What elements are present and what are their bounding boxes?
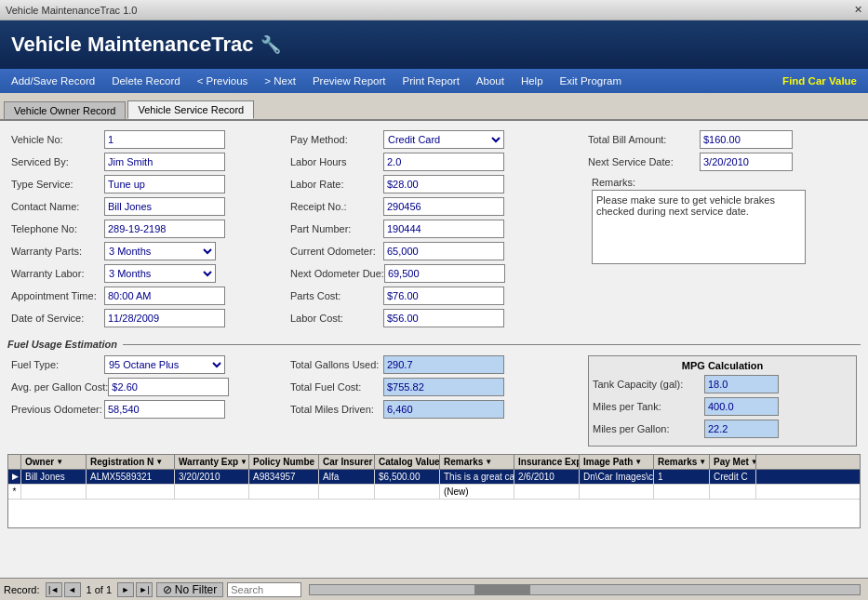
td-new-owner — [21, 485, 87, 499]
warranty-labor-select[interactable]: 3 Months — [104, 264, 216, 283]
miles-per-gal-label: Miles per Gallon: — [593, 423, 704, 434]
total-bill-input[interactable] — [700, 130, 793, 149]
app-title: Vehicle MaintenanceTrac — [11, 33, 253, 57]
parts-cost-label: Parts Cost: — [290, 290, 383, 301]
labor-hours-input[interactable] — [383, 153, 504, 171]
nav-prev[interactable]: ◄ — [64, 582, 81, 597]
warranty-parts-select[interactable]: 3 Months — [104, 242, 216, 260]
td-new-reg — [87, 485, 175, 499]
menu-exit[interactable]: Exit Program — [553, 73, 629, 88]
miles-per-tank-input[interactable] — [704, 397, 779, 416]
remarks-section: Remarks: Please make sure to get vehicle… — [588, 175, 857, 269]
menu-preview[interactable]: Preview Report — [305, 73, 394, 88]
pay-method-select[interactable]: Credit Card — [383, 130, 504, 149]
contact-name-input[interactable] — [104, 197, 225, 216]
telephone-input[interactable] — [104, 220, 225, 238]
warranty-parts-label: Warranty Parts: — [11, 246, 104, 257]
th-warranty-exp[interactable]: Warranty Exp▼ — [175, 455, 249, 469]
row-new-indicator: * — [8, 485, 21, 499]
tab-service-record[interactable]: Vehicle Service Record — [127, 100, 254, 119]
menu-delete[interactable]: Delete Record — [104, 73, 188, 88]
th-policy[interactable]: Policy Numbe▼ — [249, 455, 319, 469]
th-indicator — [8, 455, 21, 469]
remarks-textarea[interactable]: Please make sure to get vehicle brakes c… — [592, 190, 806, 264]
th-image-path[interactable]: Image Path▼ — [580, 455, 654, 469]
close-button[interactable]: ✕ — [854, 4, 862, 16]
th-insurer[interactable]: Car Insurer▼ — [319, 455, 375, 469]
remarks-label: Remarks: — [592, 177, 853, 188]
total-gallons-label: Total Gallons Used: — [290, 359, 383, 370]
labor-cost-input[interactable] — [383, 309, 504, 327]
td-new-warranty — [175, 485, 249, 499]
row-indicator: ▶ — [8, 470, 21, 484]
vehicle-no-input[interactable] — [104, 130, 225, 149]
app-icon: 🔧 — [260, 34, 281, 55]
th-insurance-exp[interactable]: Insurance Exp▼ — [514, 455, 580, 469]
menu-add-save[interactable]: Add/Save Record — [4, 73, 102, 88]
td-image-path: Dn\Car Images\ch — [580, 470, 654, 484]
scrollbar-thumb[interactable] — [474, 585, 530, 594]
avg-cost-input[interactable] — [108, 378, 229, 396]
total-fuel-cost-input[interactable] — [383, 378, 504, 396]
appointment-input[interactable] — [104, 287, 225, 305]
td-new-policy — [249, 485, 319, 499]
nav-next[interactable]: ► — [117, 582, 134, 597]
type-service-label: Type Service: — [11, 179, 104, 190]
date-service-input[interactable] — [104, 309, 225, 327]
serviced-by-input[interactable] — [104, 153, 225, 171]
menu-help[interactable]: Help — [514, 73, 551, 88]
prev-odom-input[interactable] — [104, 400, 225, 419]
th-owner[interactable]: Owner▼ — [21, 455, 87, 469]
form-col2: Pay Method: Credit Card Labor Hours Labo… — [287, 128, 584, 333]
horizontal-scrollbar[interactable] — [309, 584, 861, 595]
current-odom-label: Current Odometer: — [290, 246, 383, 257]
nav-first[interactable]: |◄ — [46, 582, 62, 597]
part-number-label: Part Number: — [290, 223, 383, 234]
appointment-label: Appointment Time: — [11, 290, 104, 301]
tabs-bar: Vehicle Owner Record Vehicle Service Rec… — [0, 93, 868, 121]
th-remarks2[interactable]: Remarks▼ — [654, 455, 710, 469]
main-content: Vehicle No: Serviced By: Type Service: C… — [0, 121, 868, 578]
type-service-input[interactable] — [104, 175, 225, 193]
data-table: Owner▼ Registration N▼ Warranty Exp▼ Pol… — [7, 454, 861, 528]
tank-cap-input[interactable] — [704, 375, 779, 393]
menu-find-car[interactable]: Find Car Value — [775, 73, 864, 88]
menu-about[interactable]: About — [469, 73, 512, 88]
telephone-label: Telephone No: — [11, 223, 104, 234]
receipt-no-input[interactable] — [383, 197, 504, 216]
no-filter-button[interactable]: ⊘ No Filter — [156, 582, 223, 597]
menu-print[interactable]: Print Report — [395, 73, 467, 88]
tank-cap-label: Tank Capacity (gal): — [593, 379, 704, 390]
table-row[interactable]: ▶ Bill Jones ALMX5589321 3/20/2010 A9834… — [8, 470, 860, 485]
fuel-type-select[interactable]: 95 Octane Plus — [104, 355, 225, 374]
nav-last[interactable]: ►| — [136, 582, 153, 597]
th-pay-met[interactable]: Pay Met▼ — [710, 455, 756, 469]
record-of: 1 of 1 — [83, 584, 116, 595]
th-registration[interactable]: Registration N▼ — [87, 455, 175, 469]
td-policy: A9834957 — [249, 470, 319, 484]
menu-next[interactable]: > Next — [257, 73, 303, 88]
total-miles-input[interactable] — [383, 400, 504, 419]
menu-previous[interactable]: < Previous — [190, 73, 256, 88]
tab-owner-record[interactable]: Vehicle Owner Record — [4, 101, 126, 119]
table-row-new[interactable]: * (New) — [8, 485, 860, 500]
parts-cost-input[interactable] — [383, 287, 504, 305]
miles-per-gal-input[interactable] — [704, 420, 779, 438]
td-warranty-exp: 3/20/2010 — [175, 470, 249, 484]
table-header: Owner▼ Registration N▼ Warranty Exp▼ Pol… — [8, 455, 860, 470]
section-divider — [123, 344, 861, 345]
total-gallons-input[interactable] — [383, 355, 504, 374]
td-insurer: Alfa — [319, 470, 375, 484]
part-number-input[interactable] — [383, 220, 504, 238]
next-service-input[interactable] — [700, 153, 793, 171]
th-catalog[interactable]: Catalog Value▼ — [375, 455, 440, 469]
th-remarks[interactable]: Remarks▼ — [440, 455, 514, 469]
labor-rate-input[interactable] — [383, 175, 504, 193]
td-registration: ALMX5589321 — [87, 470, 175, 484]
filter-label: No Filter — [175, 583, 217, 596]
current-odom-input[interactable] — [383, 242, 504, 260]
vehicle-no-label: Vehicle No: — [11, 134, 104, 145]
next-odom-input[interactable] — [384, 264, 505, 283]
search-input[interactable] — [227, 582, 301, 597]
labor-rate-label: Labor Rate: — [290, 179, 383, 190]
